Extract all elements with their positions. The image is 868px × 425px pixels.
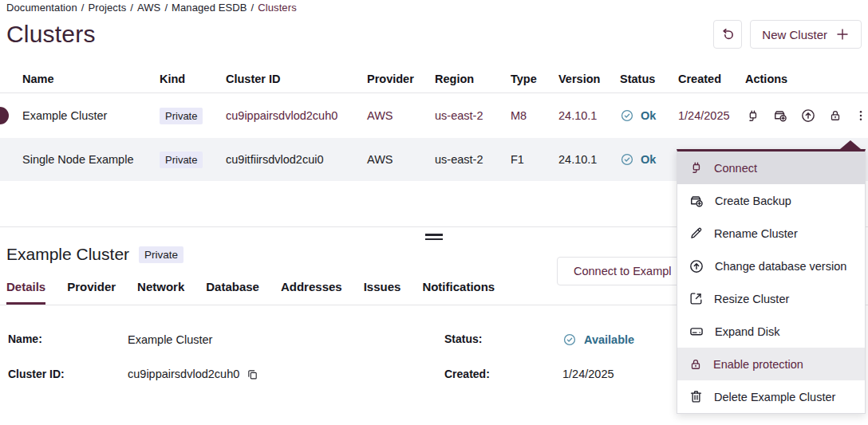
- cell-type: M8: [511, 109, 558, 122]
- column-header-name: Name: [0, 73, 160, 85]
- cell-version: 24.10.1: [558, 109, 620, 122]
- status-text: Ok: [641, 109, 656, 122]
- menu-item-enable-protection[interactable]: Enable protection: [677, 348, 865, 380]
- tab-addresses[interactable]: Addresses: [281, 275, 342, 305]
- cluster-id-value: cu9ippairsdvlod2cuh0: [128, 368, 444, 380]
- column-header-version: Version: [558, 73, 620, 85]
- menu-item-rename-cluster[interactable]: Rename Cluster: [677, 217, 865, 250]
- column-header-provider: Provider: [367, 73, 435, 85]
- menu-item-connect[interactable]: Connect: [677, 152, 865, 184]
- cell-name: Single Node Example: [0, 153, 160, 166]
- resize-icon: [688, 291, 704, 306]
- selected-row-marker: [0, 107, 9, 124]
- kebab-menu-icon[interactable]: [854, 108, 867, 123]
- cell-region: us-east-2: [435, 109, 511, 122]
- lock-icon[interactable]: [828, 108, 842, 123]
- breadcrumb-documentation[interactable]: Documentation: [6, 2, 77, 14]
- check-circle-icon: [562, 333, 577, 347]
- header-actions: New Cluster: [713, 20, 862, 49]
- row-actions-context-menu: Connect Create Backup Rename Cluster: [677, 149, 866, 414]
- breadcrumb-aws[interactable]: AWS: [137, 2, 160, 14]
- column-header-actions: Actions: [745, 73, 868, 85]
- cell-actions: [745, 108, 868, 124]
- menu-item-resize-cluster[interactable]: Resize Cluster: [677, 282, 865, 315]
- menu-item-delete-example-cluster[interactable]: Delete Example Cluster: [677, 380, 865, 413]
- status-text: Ok: [641, 153, 656, 166]
- status-label: Status:: [444, 333, 562, 347]
- status-available-text: Available: [584, 333, 634, 346]
- name-value: Example Cluster: [128, 333, 444, 347]
- tab-database[interactable]: Database: [206, 275, 259, 305]
- copy-icon[interactable]: [247, 368, 258, 380]
- pencil-icon: [688, 226, 704, 241]
- cell-provider: AWS: [367, 109, 435, 122]
- connect-plug-icon: [688, 160, 704, 175]
- change-version-icon[interactable]: [800, 108, 816, 124]
- cell-created: 1/24/2025: [678, 109, 745, 122]
- tab-issues[interactable]: Issues: [364, 275, 401, 305]
- cell-status: Ok: [620, 108, 678, 123]
- new-cluster-label: New Cluster: [762, 28, 827, 41]
- breadcrumb: Documentation/Projects/AWS/Managed ESDB/…: [0, 0, 868, 14]
- lock-icon: [688, 357, 703, 372]
- cell-kind: Private: [160, 152, 226, 168]
- connect-plug-icon[interactable]: [745, 108, 760, 124]
- created-label: Created:: [444, 368, 562, 380]
- tab-notifications[interactable]: Notifications: [422, 275, 495, 305]
- kind-badge: Private: [160, 108, 203, 124]
- create-backup-icon[interactable]: [772, 108, 788, 124]
- panel-resize-handle[interactable]: [425, 234, 443, 242]
- refresh-icon: [720, 26, 736, 42]
- breadcrumb-projects[interactable]: Projects: [88, 2, 126, 14]
- cell-version: 24.10.1: [558, 153, 620, 166]
- cell-status: Ok: [620, 152, 678, 167]
- clusters-page: Documentation/Projects/AWS/Managed ESDB/…: [0, 0, 868, 425]
- private-badge: Private: [139, 246, 183, 263]
- breadcrumb-separator: /: [164, 2, 168, 14]
- cell-type: F1: [511, 153, 558, 166]
- table-row-example-cluster[interactable]: Example Cluster Private cu9ippairsdvlod2…: [0, 93, 868, 138]
- cell-name: Example Cluster: [0, 109, 160, 122]
- tab-network[interactable]: Network: [137, 275, 184, 305]
- cell-region: us-east-2: [435, 153, 511, 166]
- new-cluster-button[interactable]: New Cluster: [750, 20, 862, 49]
- create-backup-icon: [688, 193, 704, 209]
- column-header-cluster-id: Cluster ID: [226, 73, 367, 85]
- column-header-status: Status: [620, 73, 678, 85]
- table-header-row: Name Kind Cluster ID Provider Region Typ…: [0, 65, 868, 93]
- check-circle-icon: [620, 152, 634, 167]
- cell-provider: AWS: [367, 153, 435, 166]
- column-header-kind: Kind: [160, 73, 226, 85]
- menu-item-expand-disk[interactable]: Expand Disk: [677, 315, 865, 348]
- kind-badge: Private: [160, 152, 203, 168]
- breadcrumb-clusters-current: Clusters: [258, 2, 296, 14]
- column-header-created: Created: [678, 73, 745, 85]
- menu-item-create-backup[interactable]: Create Backup: [677, 184, 865, 217]
- cell-cluster-id: cu9itfiirsdvlod2cui0: [226, 153, 367, 166]
- page-title: Clusters: [6, 20, 96, 49]
- disk-icon: [688, 324, 704, 340]
- tab-provider[interactable]: Provider: [67, 275, 116, 305]
- context-menu-caret: [840, 140, 861, 149]
- cell-cluster-id: cu9ippairsdvlod2cuh0: [226, 109, 367, 122]
- cell-kind: Private: [160, 108, 226, 124]
- breadcrumb-separator: /: [81, 2, 85, 14]
- tab-details[interactable]: Details: [6, 275, 45, 305]
- page-header: Clusters New Cluster: [0, 14, 868, 49]
- detail-title: Example Cluster: [6, 245, 129, 264]
- breadcrumb-managed-esdb[interactable]: Managed ESDB: [172, 2, 247, 14]
- trash-icon: [688, 389, 704, 404]
- change-version-icon: [688, 258, 704, 274]
- refresh-button[interactable]: [713, 20, 742, 49]
- check-circle-icon: [620, 108, 634, 123]
- column-header-type: Type: [511, 73, 558, 85]
- cluster-id-label: Cluster ID:: [8, 368, 128, 380]
- plus-icon: [835, 27, 850, 41]
- breadcrumb-separator: /: [251, 2, 254, 14]
- name-label: Name:: [8, 333, 128, 347]
- menu-item-change-database-version[interactable]: Change database version: [677, 250, 865, 282]
- column-header-region: Region: [435, 73, 511, 85]
- breadcrumb-separator: /: [130, 2, 133, 14]
